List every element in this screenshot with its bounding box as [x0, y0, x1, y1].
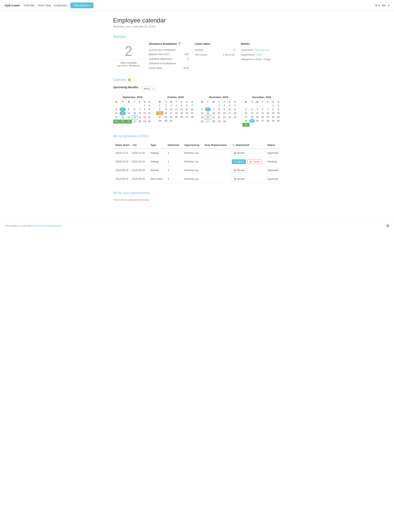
nav-team-view[interactable]: Team View [38, 4, 51, 7]
cal-cell[interactable]: 13 [205, 111, 211, 115]
cal-cell[interactable]: 28 [211, 120, 216, 124]
brand-logo[interactable]: myE-Leave [5, 4, 20, 7]
cal-cell[interactable]: 16 [163, 111, 169, 115]
cal-cell[interactable]: 22 [156, 115, 163, 119]
cancel-button[interactable]: 🗑 Cancel [247, 159, 262, 164]
cal-cell[interactable]: 8 [216, 107, 222, 111]
cal-cell[interactable]: 6 [184, 104, 190, 107]
cal-cell[interactable]: 21 [265, 115, 270, 119]
info-icon[interactable]: ❓ [178, 42, 181, 45]
cal-cell[interactable]: 6 [205, 107, 211, 111]
cal-cell[interactable]: 21 [137, 115, 142, 120]
cal-cell[interactable]: 30 [222, 120, 227, 124]
cal-cell[interactable]: 11 [249, 111, 255, 115]
cal-cell[interactable]: 16 [276, 111, 281, 115]
cal-cell[interactable]: 21 [190, 111, 195, 115]
cal-cell[interactable]: 7 [137, 107, 142, 111]
cal-cell[interactable]: 30 [163, 119, 169, 123]
cal-cell[interactable]: 30 [147, 120, 152, 124]
cal-cell[interactable]: 8 [142, 107, 147, 111]
cal-cell[interactable]: 23 [276, 115, 281, 119]
github-icon[interactable]: ⚙ [386, 224, 389, 228]
cal-cell[interactable]: 25 [174, 115, 179, 119]
more-months-button[interactable]: More... + [141, 86, 156, 91]
cal-cell[interactable]: 14 [265, 111, 270, 115]
cal-cell[interactable]: 24 [227, 115, 232, 120]
cal-cell[interactable]: 9 [276, 107, 281, 111]
cal-cell[interactable]: 24 [242, 119, 249, 123]
cal-cell[interactable]: 29 [142, 120, 147, 124]
cal-cell[interactable]: 12 [179, 107, 184, 111]
cal-cell[interactable]: 14 [211, 111, 216, 115]
cal-cell[interactable]: 5 [179, 104, 184, 107]
cal-cell[interactable]: 15 [156, 111, 163, 115]
cal-cell[interactable]: 26 [126, 120, 132, 124]
cal-cell[interactable]: 23 [163, 115, 169, 119]
cal-cell[interactable]: 18 [249, 115, 255, 119]
cal-cell[interactable]: 5 [199, 107, 205, 111]
cal-cell[interactable]: 26 [255, 119, 260, 123]
cal-cell[interactable]: 12 [199, 111, 205, 115]
cal-cell[interactable]: 18 [174, 111, 179, 115]
cal-cell[interactable]: 23 [147, 115, 152, 120]
cal-cell[interactable]: 27 [184, 115, 190, 119]
cal-cell[interactable]: 4 [119, 107, 126, 111]
new-absence-button[interactable]: New absence [70, 2, 94, 8]
cal-cell[interactable]: 2 [276, 104, 281, 107]
cal-cell[interactable]: 22 [216, 115, 222, 120]
cal-cell[interactable]: 17 [113, 115, 119, 120]
me-menu[interactable]: Me [382, 4, 386, 7]
department-link[interactable]: Sales [256, 52, 263, 57]
cal-cell[interactable]: 19 [179, 111, 184, 115]
cal-cell[interactable]: 3 [242, 107, 249, 111]
cal-cell[interactable]: 7 [190, 104, 195, 107]
cal-cell[interactable]: 16 [222, 111, 227, 115]
cal-cell[interactable]: 1 [270, 104, 276, 107]
cal-cell[interactable]: 18 [119, 115, 126, 120]
footer-link[interactable]: TimeOff.management [37, 224, 61, 227]
settings-icon[interactable]: ⚙ ▾ [375, 4, 380, 7]
cal-cell[interactable]: 10 [227, 107, 232, 111]
cal-cell[interactable]: 29 [216, 120, 222, 124]
statistics-header[interactable]: Statistics [113, 35, 281, 39]
cal-cell[interactable]: 2 [147, 104, 152, 107]
cal-cell[interactable]: 20 [260, 115, 265, 119]
cal-cell[interactable]: 29 [156, 119, 163, 123]
cal-cell[interactable]: 12 [255, 111, 260, 115]
cal-cell[interactable]: 12 [126, 111, 132, 115]
cal-cell[interactable]: 13 [184, 107, 190, 111]
cal-cell[interactable]: 15 [270, 111, 276, 115]
cal-cell[interactable]: 14 [137, 111, 142, 115]
cal-cell[interactable]: 7 [211, 107, 216, 111]
cal-cell[interactable]: 19 [255, 115, 260, 119]
cal-cell[interactable]: 1 [156, 104, 163, 107]
cal-cell[interactable]: 17 [242, 115, 249, 119]
revoke-button[interactable]: 🗑 Revoke [232, 177, 247, 181]
calendar-section-header[interactable]: Calendar 📶 [113, 78, 131, 82]
cal-cell[interactable]: 18 [232, 111, 238, 115]
cal-cell[interactable]: 16 [147, 111, 152, 115]
cal-cell[interactable]: 21 [211, 115, 216, 120]
cal-cell[interactable]: 27 [260, 119, 265, 123]
cal-cell[interactable]: 15 [216, 111, 222, 115]
nav-employees[interactable]: Employees [54, 4, 67, 7]
cal-cell[interactable]: 13 [260, 111, 265, 115]
cal-cell[interactable]: 5 [255, 107, 260, 111]
cal-cell[interactable]: 6 [260, 107, 265, 111]
cal-cell[interactable]: 22 [142, 115, 147, 120]
cal-cell[interactable]: 10 [113, 111, 119, 115]
cal-cell[interactable]: 29 [270, 119, 276, 123]
cal-cell[interactable]: 26 [179, 115, 184, 119]
revoke-button[interactable]: 🗑 Revoke [232, 151, 247, 155]
cal-cell[interactable]: 20 [184, 111, 190, 115]
cal-cell[interactable]: 13 [132, 111, 137, 115]
cal-cell[interactable]: 23 [222, 115, 227, 120]
cal-cell[interactable]: 3 [113, 107, 119, 111]
cal-cell[interactable]: 2 [163, 104, 169, 107]
cal-cell[interactable]: 8 [156, 107, 163, 111]
cal-cell[interactable]: 25 [232, 115, 238, 120]
cal-cell[interactable]: 6 [132, 107, 137, 111]
cal-cell[interactable]: 5 [126, 107, 132, 111]
cal-cell[interactable]: 4 [249, 107, 255, 111]
cal-cell[interactable]: 24 [169, 115, 174, 119]
